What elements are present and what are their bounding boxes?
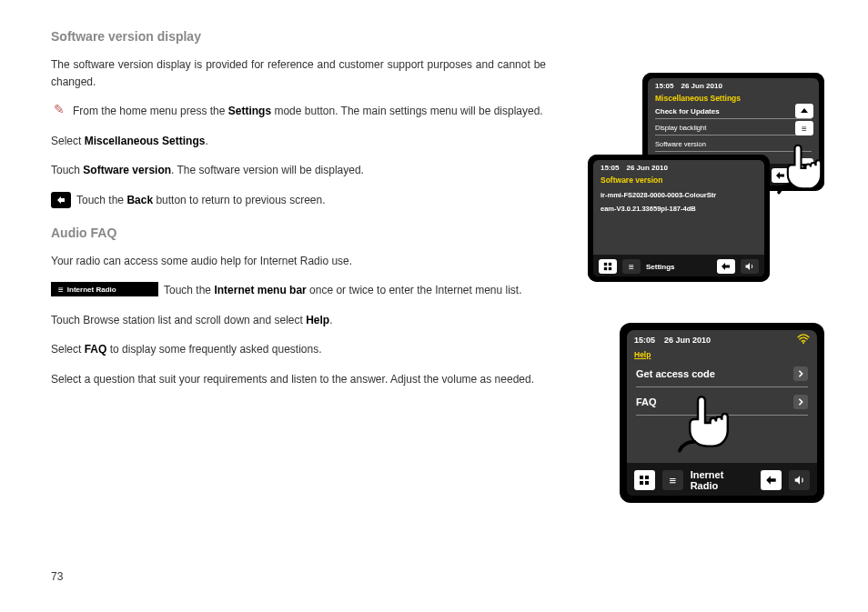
section-title-audio-faq: Audio FAQ — [51, 226, 546, 240]
scroll-up-button[interactable] — [795, 104, 813, 118]
text: mode button. The main settings menu will… — [271, 105, 543, 117]
volume-button[interactable] — [789, 470, 810, 490]
svg-point-4 — [802, 342, 804, 344]
bold-settings: Settings — [228, 105, 271, 117]
back-button[interactable] — [761, 470, 782, 490]
para-select-help: Touch Browse station list and scroll dow… — [51, 312, 546, 329]
step-internet-menu: Internet Radio Touch the Internet menu b… — [51, 282, 546, 299]
device-stack-1: 15:05 26 Jun 2010 Miscellaneous Settings… — [588, 73, 824, 291]
para-select-misc: Select Miscellaneous Settings. — [51, 133, 546, 150]
scroll-down-button[interactable] — [795, 158, 813, 173]
device-stack-2: 15:05 26 Jun 2010 Help Get access code F… — [620, 323, 824, 503]
scroll-thumb[interactable]: ≡ — [795, 121, 813, 135]
svg-rect-1 — [609, 263, 611, 266]
status-time: 15:05 — [634, 336, 655, 345]
footer-label: Inernet Radio — [691, 469, 747, 491]
screen-header: Software version — [593, 174, 764, 186]
svg-rect-5 — [640, 476, 643, 479]
list-item[interactable]: Software version — [655, 137, 812, 152]
row-get-access-code[interactable]: Get access code — [636, 361, 808, 387]
screen-header: Help — [627, 348, 817, 361]
status-date: 26 Jun 2010 — [664, 336, 711, 345]
svg-rect-0 — [604, 263, 607, 266]
status-time: 15:05 — [655, 82, 673, 90]
list-item[interactable]: Check for Updates — [655, 105, 812, 119]
para-touch-swv: Touch Software version. The software ver… — [51, 162, 546, 179]
screen-header: Miscellaneous Settings — [648, 92, 819, 105]
step-press-settings: ✎ From the home menu press the Settings … — [51, 103, 546, 120]
status-time: 15:05 — [601, 164, 619, 172]
back-icon — [51, 192, 71, 208]
wifi-icon — [797, 334, 810, 346]
chevron-right-icon — [793, 366, 808, 381]
para-faq-intro: Your radio can access some audio help fo… — [51, 253, 546, 270]
menu-button[interactable]: ≡ — [662, 470, 683, 490]
svg-rect-8 — [645, 481, 649, 485]
svg-rect-2 — [604, 267, 607, 270]
text: From the home menu press the — [73, 105, 228, 117]
svg-rect-6 — [645, 476, 649, 479]
step-touch-back: Touch the Back button to return to previ… — [51, 192, 546, 209]
back-button[interactable] — [772, 168, 790, 183]
section-title-software-version: Software version display — [51, 29, 546, 44]
para-select-faq: Select FAQ to display some frequently as… — [51, 341, 546, 358]
version-text: ir-mmi-FS2028-0000-0003-ColourStr — [601, 188, 757, 202]
back-button[interactable] — [717, 259, 735, 274]
status-date: 26 Jun 2010 — [681, 82, 722, 90]
list-item[interactable]: Display backlight — [655, 121, 812, 135]
device-help: 15:05 26 Jun 2010 Help Get access code F… — [620, 323, 824, 503]
row-faq[interactable]: FAQ — [636, 389, 808, 416]
menu-button[interactable]: ≡ — [622, 259, 641, 274]
volume-button[interactable] — [741, 259, 759, 274]
home-button[interactable] — [599, 259, 617, 274]
chevron-right-icon — [793, 395, 808, 409]
mouse-icon: ✎ — [51, 103, 67, 115]
device-software-version: 15:05 26 Jun 2010 Software version ir-mm… — [588, 155, 770, 282]
para-adjust-volume: Select a question that suit your require… — [51, 371, 546, 388]
svg-rect-3 — [609, 267, 611, 270]
svg-rect-7 — [640, 481, 643, 485]
version-text: eam-V3.0.21.33659pl-187-4dB — [601, 202, 757, 216]
footer-label: Settings — [646, 263, 675, 271]
home-button[interactable] — [634, 470, 655, 490]
internet-radio-chip: Internet Radio — [51, 282, 158, 296]
page-number: 73 — [51, 570, 63, 583]
para-sv-intro: The software version display is provided… — [51, 56, 546, 90]
status-date: 26 Jun 2010 — [626, 164, 667, 172]
